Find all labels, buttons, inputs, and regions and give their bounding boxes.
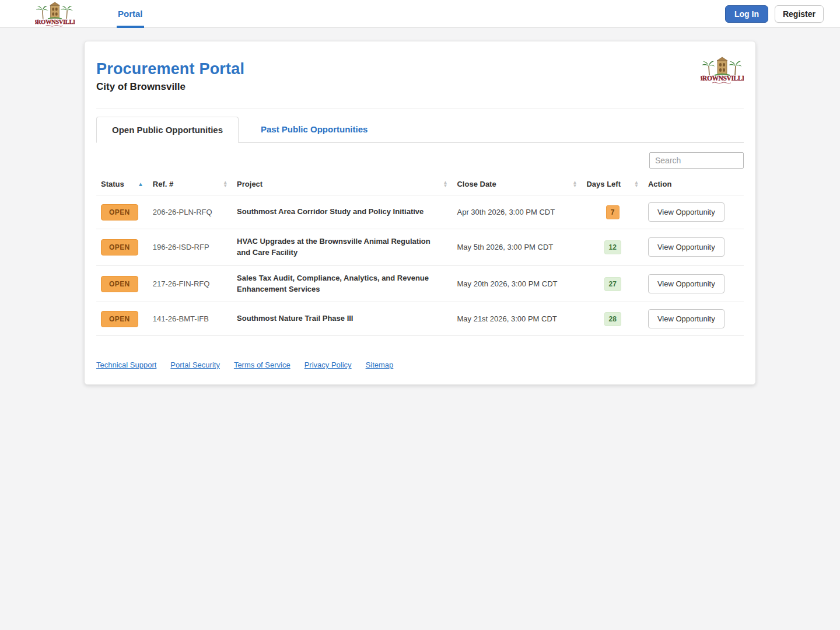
brownsville-logo: BROWNSVILLE (35, 1, 75, 27)
tower-icon (715, 57, 730, 75)
view-opportunity-button[interactable]: View Opportunity (648, 237, 724, 257)
status-cell: OPEN (96, 195, 148, 229)
status-badge: OPEN (101, 239, 138, 256)
days-left-badge: 12 (604, 240, 621, 254)
ref-cell: 217-26-FIN-RFQ (148, 265, 232, 302)
link-technical-support[interactable]: Technical Support (96, 360, 156, 369)
column-header-project[interactable]: Project▲▼ (232, 174, 452, 195)
palm-tree-right-icon (729, 61, 742, 75)
search-input[interactable] (649, 152, 744, 169)
opportunities-table-body: OPEN 206-26-PLN-RFQ Southmost Area Corri… (96, 195, 744, 336)
action-cell: View Opportunity (643, 302, 744, 336)
login-button[interactable]: Log In (725, 5, 768, 23)
card-header: Procurement Portal City of Brownsville (96, 53, 744, 93)
days-left-badge: 27 (604, 277, 621, 291)
sort-icon: ▲▼ (573, 181, 578, 188)
top-navbar: BROWNSVILLE Portal Log In Register (0, 0, 840, 28)
action-cell: View Opportunity (643, 195, 744, 229)
register-button[interactable]: Register (775, 5, 824, 23)
ref-cell: 206-26-PLN-RFQ (148, 195, 232, 229)
close-date-cell: May 5th 2026, 3:00 PM CDT (452, 229, 582, 266)
nav-active-indicator (117, 26, 144, 28)
view-opportunity-button[interactable]: View Opportunity (648, 309, 724, 328)
tab-past-public-opportunities[interactable]: Past Public Opportunities (246, 117, 383, 142)
procurement-portal-card: Procurement Portal City of Brownsville (84, 41, 756, 385)
close-date-cell: Apr 30th 2026, 3:00 PM CDT (452, 195, 582, 229)
view-opportunity-button[interactable]: View Opportunity (648, 202, 724, 222)
logo-wordmark: BROWNSVILLE (35, 18, 75, 24)
search-row (96, 152, 744, 169)
tab-open-public-opportunities[interactable]: Open Public Opportunities (96, 117, 239, 143)
sort-icon: ▲▼ (443, 181, 448, 188)
action-cell: View Opportunity (643, 265, 744, 302)
view-opportunity-button[interactable]: View Opportunity (648, 274, 724, 293)
tower-icon (48, 2, 62, 18)
nav-tab-portal[interactable]: Portal (117, 0, 144, 28)
sort-icon: ▲▼ (634, 181, 639, 188)
opportunity-row: OPEN 196-26-ISD-RFP HVAC Upgrades at the… (96, 229, 744, 266)
link-portal-security[interactable]: Portal Security (170, 360, 220, 369)
nav-brand-logo[interactable]: BROWNSVILLE (35, 0, 75, 28)
link-privacy-policy[interactable]: Privacy Policy (304, 360, 352, 369)
status-badge: OPEN (101, 276, 138, 292)
nav-actions: Log In Register (725, 5, 824, 23)
days-left-cell: 12 (582, 229, 643, 266)
page-title: Procurement Portal (96, 60, 244, 78)
days-left-cell: 28 (582, 302, 643, 336)
brownsville-logo: BROWNSVILLE (701, 55, 744, 85)
palm-tree-left-icon (36, 6, 48, 19)
status-badge: OPEN (101, 204, 138, 220)
days-left-badge: 28 (604, 312, 621, 326)
footer-links: Technical Support Portal Security Terms … (96, 360, 744, 369)
opportunities-table: Status▲ Ref. #▲▼ Project▲▼ Close Date▲▼ … (96, 174, 744, 336)
opportunity-row: OPEN 141-26-BMT-IFB Southmost Nature Tra… (96, 302, 744, 336)
card-logo: BROWNSVILLE (701, 55, 744, 87)
project-cell: Southmost Nature Trail Phase III (232, 302, 452, 336)
column-header-ref[interactable]: Ref. #▲▼ (148, 174, 232, 195)
table-header-row: Status▲ Ref. #▲▼ Project▲▼ Close Date▲▼ … (96, 174, 744, 195)
days-left-badge: 7 (606, 205, 620, 219)
opportunities-tabs: Open Public Opportunities Past Public Op… (96, 117, 744, 143)
page-subtitle: City of Brownsville (96, 81, 244, 93)
status-cell: OPEN (96, 302, 148, 336)
logo-tagline-script (46, 25, 62, 26)
status-badge: OPEN (101, 311, 138, 327)
ref-cell: 196-26-ISD-RFP (148, 229, 232, 266)
column-header-close-date[interactable]: Close Date▲▼ (452, 174, 582, 195)
ref-cell: 141-26-BMT-IFB (148, 302, 232, 336)
logo-tagline-script (712, 82, 731, 83)
column-header-days-left[interactable]: Days Left▲▼ (582, 174, 643, 195)
status-cell: OPEN (96, 229, 148, 266)
sort-icon: ▲▼ (223, 181, 228, 188)
project-cell: Southmost Area Corridor Study and Policy… (232, 195, 452, 229)
action-cell: View Opportunity (643, 229, 744, 266)
days-left-cell: 27 (582, 265, 643, 302)
project-cell: HVAC Upgrades at the Brownsville Animal … (232, 229, 452, 266)
link-terms-of-service[interactable]: Terms of Service (234, 360, 290, 369)
opportunity-row: OPEN 217-26-FIN-RFQ Sales Tax Audit, Com… (96, 265, 744, 302)
column-header-status[interactable]: Status▲ (96, 174, 148, 195)
nav-portal-label: Portal (118, 9, 143, 19)
status-cell: OPEN (96, 265, 148, 302)
close-date-cell: May 21st 2026, 3:00 PM CDT (452, 302, 582, 336)
palm-tree-left-icon (702, 61, 715, 75)
palm-tree-right-icon (61, 6, 73, 19)
close-date-cell: May 20th 2026, 3:00 PM CDT (452, 265, 582, 302)
project-cell: Sales Tax Audit, Compliance, Analytics, … (232, 265, 452, 302)
column-header-action: Action (643, 174, 744, 195)
link-sitemap[interactable]: Sitemap (366, 360, 394, 369)
sort-ascending-icon: ▲ (138, 181, 144, 187)
logo-wordmark: BROWNSVILLE (701, 75, 744, 82)
header-divider (96, 108, 744, 108)
opportunity-row: OPEN 206-26-PLN-RFQ Southmost Area Corri… (96, 195, 744, 229)
days-left-cell: 7 (582, 195, 643, 229)
